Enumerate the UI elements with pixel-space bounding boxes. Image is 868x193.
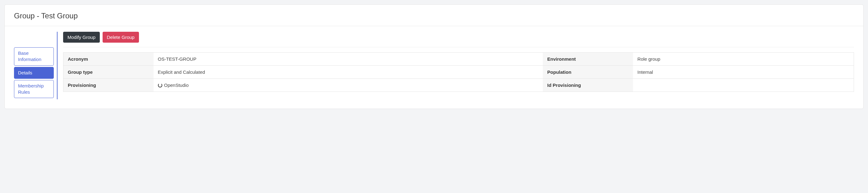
table-row: Group type Explicit and Calculated Popul… bbox=[63, 66, 854, 79]
label-group-type: Group type bbox=[63, 66, 154, 79]
spinner-icon bbox=[158, 83, 162, 87]
nav-list: Base Information Details Membership Rule… bbox=[14, 47, 54, 98]
sidebar-nav: Base Information Details Membership Rule… bbox=[14, 32, 58, 99]
label-acronym: Acronym bbox=[63, 53, 154, 66]
label-environment: Environment bbox=[543, 53, 633, 66]
details-table: Acronym OS-TEST-GROUP Environment Role g… bbox=[63, 52, 854, 92]
label-population: Population bbox=[543, 66, 633, 79]
page-title: Group - Test Group bbox=[14, 11, 854, 20]
value-provisioning: OpenStudio bbox=[154, 79, 543, 92]
value-acronym: OS-TEST-GROUP bbox=[154, 53, 543, 66]
table-row: Acronym OS-TEST-GROUP Environment Role g… bbox=[63, 53, 854, 66]
nav-item-membership-rules[interactable]: Membership Rules bbox=[14, 80, 54, 99]
group-card: Group - Test Group Base Information Deta… bbox=[4, 4, 864, 109]
table-row: Provisioning OpenStudio Id Provisioning bbox=[63, 79, 854, 92]
value-environment: Role group bbox=[633, 53, 854, 66]
card-header: Group - Test Group bbox=[5, 5, 863, 26]
action-bar: Modify Group Delete Group bbox=[63, 32, 854, 47]
main-content: Modify Group Delete Group Acronym OS-TES… bbox=[63, 32, 854, 99]
card-body: Base Information Details Membership Rule… bbox=[5, 26, 863, 109]
delete-group-button[interactable]: Delete Group bbox=[102, 32, 139, 43]
value-id-provisioning bbox=[633, 79, 854, 92]
nav-item-details[interactable]: Details bbox=[14, 67, 54, 79]
modify-group-button[interactable]: Modify Group bbox=[63, 32, 100, 43]
label-provisioning: Provisioning bbox=[63, 79, 154, 92]
value-group-type: Explicit and Calculated bbox=[154, 66, 543, 79]
nav-item-base-information[interactable]: Base Information bbox=[14, 47, 54, 66]
value-provisioning-text: OpenStudio bbox=[164, 82, 189, 88]
label-id-provisioning: Id Provisioning bbox=[543, 79, 633, 92]
value-population: Internal bbox=[633, 66, 854, 79]
